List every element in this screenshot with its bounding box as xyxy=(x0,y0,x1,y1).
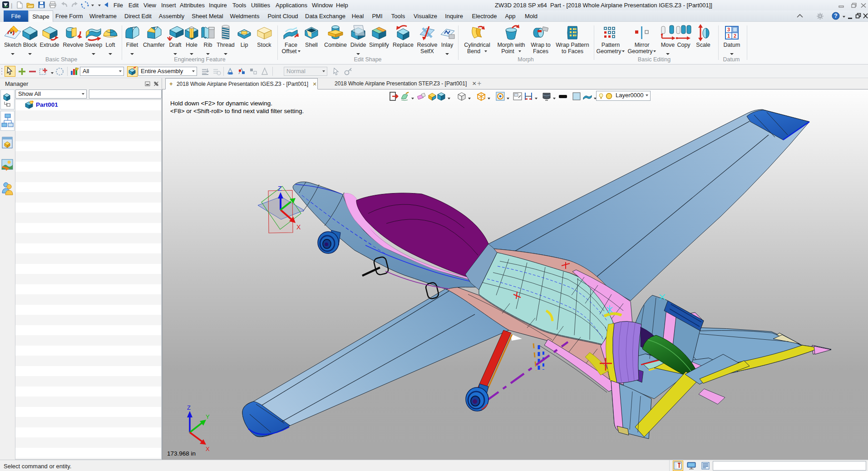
svg-text:Z: Z xyxy=(187,404,191,411)
svg-text:X: X xyxy=(296,223,301,231)
svg-text:1: 1 xyxy=(727,33,730,39)
svg-text:2: 2 xyxy=(734,33,736,39)
svg-text:3: 3 xyxy=(727,27,730,32)
svg-text:Y: Y xyxy=(206,413,210,420)
svg-text:?: ? xyxy=(834,13,837,19)
svg-text:Z: Z xyxy=(278,185,282,192)
svg-text:X: X xyxy=(206,446,210,452)
